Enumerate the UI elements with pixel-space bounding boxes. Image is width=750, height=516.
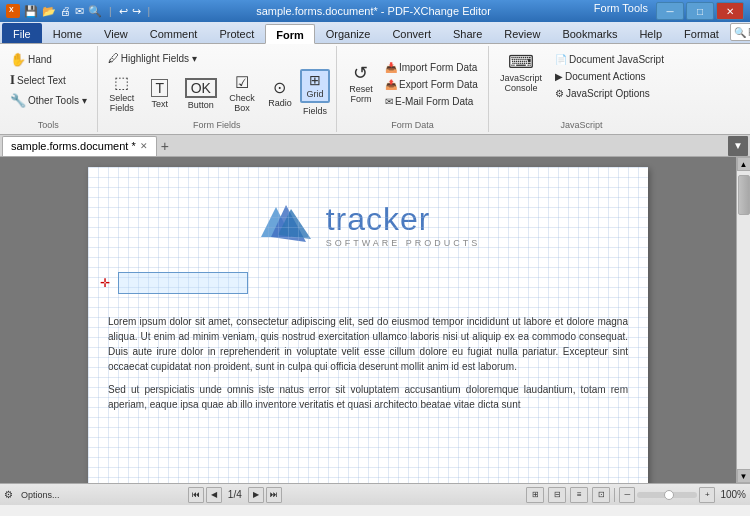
tracker-logo-icon — [256, 197, 316, 252]
tools-group-label: Tools — [38, 118, 59, 130]
javascript-group-label: JavaScript — [560, 118, 602, 130]
quick-icon3[interactable]: 🖨 — [60, 5, 71, 17]
select-fields-button[interactable]: ⬚ SelectFields — [104, 72, 140, 116]
radio-icon: ⊙ — [273, 80, 286, 96]
export-form-data-button[interactable]: 📤 Export Form Data — [381, 77, 482, 92]
grid-button[interactable]: ⊞ Grid — [300, 69, 330, 103]
form-tools-label: Form Tools — [594, 2, 648, 20]
zoom-area: ─ + 100% — [619, 487, 746, 503]
scroll-track[interactable] — [737, 171, 751, 469]
document-tab[interactable]: sample.forms.document * ✕ — [2, 136, 157, 156]
other-tools-button[interactable]: 🔧 Other Tools ▾ — [6, 91, 91, 110]
quick-icon4[interactable]: ✉ — [75, 5, 84, 18]
js-console-button[interactable]: ⌨ JavaScriptConsole — [495, 50, 547, 96]
tools-icon: 🔧 — [10, 93, 26, 108]
quick-open-icon[interactable]: 📂 — [42, 5, 56, 18]
fields-button[interactable]: Fields — [300, 104, 330, 118]
maximize-button[interactable]: □ — [686, 2, 714, 20]
hand-icon: ✋ — [10, 52, 26, 67]
undo-btn[interactable]: ↩ — [119, 5, 128, 18]
view-mode-4-button[interactable]: ⊡ — [592, 487, 610, 503]
text-field-button[interactable]: T Text — [142, 76, 178, 112]
close-button[interactable]: ✕ — [716, 2, 744, 20]
first-page-button[interactable]: ⏮ — [188, 487, 204, 503]
view-mode-1-button[interactable]: ⊞ — [526, 487, 544, 503]
tracker-logo: tracker SOFTWARE PRODUCTS — [108, 197, 628, 252]
zoom-level: 100% — [720, 489, 746, 500]
tab-bookmarks[interactable]: Bookmarks — [551, 23, 628, 43]
tab-protect[interactable]: Protect — [208, 23, 265, 43]
checkbox-icon: ☑ — [235, 75, 249, 91]
email-icon: ✉ — [385, 96, 393, 107]
zoom-out-button[interactable]: ─ — [619, 487, 635, 503]
select-fields-icon: ⬚ — [114, 75, 129, 91]
tab-bar: sample.forms.document * ✕ + ▼ — [0, 135, 750, 157]
next-page-button[interactable]: ▶ — [248, 487, 264, 503]
cursor-icon: 𝐈 — [10, 72, 15, 88]
view-mode-2-button[interactable]: ⊟ — [548, 487, 566, 503]
vertical-scrollbar[interactable]: ▲ ▼ — [736, 157, 750, 483]
tracker-sub: SOFTWARE PRODUCTS — [326, 238, 481, 248]
javascript-options-button[interactable]: ⚙ JavaScript Options — [551, 86, 668, 101]
tab-convert[interactable]: Convert — [381, 23, 442, 43]
hand-tool-button[interactable]: ✋ Hand — [6, 50, 56, 69]
scroll-down-button[interactable]: ▼ — [737, 469, 751, 483]
button-field-button[interactable]: OK Button — [180, 75, 222, 113]
form-field-area: ✛ — [108, 272, 628, 294]
checkbox-field-button[interactable]: ☑ CheckBox — [224, 72, 260, 116]
scroll-thumb[interactable] — [738, 175, 750, 215]
text-field-icon: T — [151, 79, 168, 97]
tab-home[interactable]: Home — [42, 23, 93, 43]
tab-form[interactable]: Form — [265, 24, 315, 44]
reset-form-button[interactable]: ↺ ResetForm — [343, 61, 379, 107]
last-page-button[interactable]: ⏭ — [266, 487, 282, 503]
tab-file[interactable]: File — [2, 23, 42, 43]
tab-view[interactable]: View — [93, 23, 139, 43]
document-actions-button[interactable]: ▶ Document Actions — [551, 69, 668, 84]
redo-btn[interactable]: ↪ — [132, 5, 141, 18]
quick-save-icon[interactable]: 💾 — [24, 5, 38, 18]
tab-format[interactable]: Format — [673, 23, 730, 43]
ribbon: ✋ Hand 𝐈 Select Text 🔧 Other Tools ▾ Too… — [0, 44, 750, 135]
document-javascript-button[interactable]: 📄 Document JavaScript — [551, 52, 668, 67]
status-left: ⚙ Options... — [4, 488, 64, 502]
prev-page-button[interactable]: ◀ — [206, 487, 222, 503]
find-icon: 🔍 — [734, 27, 746, 38]
zoom-in-button[interactable]: + — [699, 487, 715, 503]
status-right: ⊞ ⊟ ≡ ⊡ ─ + 100% — [526, 487, 746, 503]
tab-help[interactable]: Help — [628, 23, 673, 43]
tab-comment[interactable]: Comment — [139, 23, 209, 43]
view-mode-3-button[interactable]: ≡ — [570, 487, 588, 503]
import-form-data-button[interactable]: 📥 Import Form Data — [381, 60, 482, 75]
page-info: 1/4 — [228, 489, 242, 500]
scroll-up-button[interactable]: ▲ — [737, 157, 751, 171]
tools-group: ✋ Hand 𝐈 Select Text 🔧 Other Tools ▾ Too… — [0, 46, 98, 132]
zoom-slider[interactable] — [637, 492, 697, 498]
text-form-field[interactable] — [118, 272, 248, 294]
tab-organize[interactable]: Organize — [315, 23, 382, 43]
tracker-logo-text: tracker SOFTWARE PRODUCTS — [326, 201, 481, 248]
lorem-text-2: Sed ut perspiciatis unde omnis iste natu… — [108, 382, 628, 412]
form-data-group-label: Form Data — [391, 118, 434, 130]
status-bar: ⚙ Options... ⏮ ◀ 1/4 ▶ ⏭ ⊞ ⊟ ≡ ⊡ ─ + 100… — [0, 483, 750, 505]
radio-field-button[interactable]: ⊙ Radio — [262, 77, 298, 111]
app-icon: X — [6, 4, 20, 18]
select-text-button[interactable]: 𝐈 Select Text — [6, 70, 70, 90]
status-sep — [614, 488, 615, 502]
highlight-fields-button[interactable]: 🖊 Highlight Fields ▾ — [104, 50, 330, 66]
tab-menu-button[interactable]: ▼ — [728, 136, 748, 156]
title-bar-left: X 💾 📂 🖨 ✉ 🔍 | ↩ ↪ | — [6, 4, 153, 18]
email-form-data-button[interactable]: ✉ E-Mail Form Data — [381, 94, 482, 109]
grid-icon: ⊞ — [309, 73, 321, 87]
tab-share[interactable]: Share — [442, 23, 493, 43]
new-tab-button[interactable]: + — [161, 139, 169, 153]
options-button[interactable]: Options... — [17, 488, 64, 502]
ribbon-tabs: File Home View Comment Protect Form Orga… — [0, 22, 750, 44]
zoom-thumb[interactable] — [664, 490, 674, 500]
tab-close-button[interactable]: ✕ — [140, 141, 148, 151]
tab-review[interactable]: Review — [493, 23, 551, 43]
highlight-icon: 🖊 — [108, 52, 119, 64]
quick-icon5[interactable]: 🔍 — [88, 5, 102, 18]
minimize-button[interactable]: ─ — [656, 2, 684, 20]
form-fields-group-label: Form Fields — [193, 118, 241, 130]
